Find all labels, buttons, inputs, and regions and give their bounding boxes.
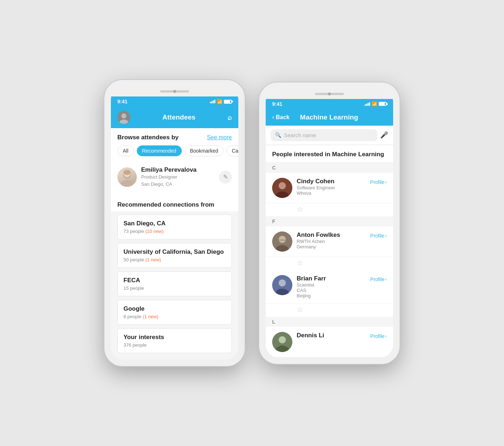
card-title-1: University of California, San Diego	[123, 248, 226, 256]
wifi-icon-2: 📶	[372, 101, 377, 107]
back-button[interactable]: ‹ Back	[272, 113, 289, 121]
people-section-title: People interested in Machine Learning	[266, 145, 393, 163]
bookmark-star-cindy[interactable]: ☆	[297, 205, 303, 213]
filter-tabs: All Recommended Bookmarked Categ…	[111, 145, 238, 161]
card-title-2: FECA	[123, 277, 226, 284]
star-row-brian: ☆	[266, 304, 393, 317]
tab-all[interactable]: All	[117, 145, 134, 156]
person-company-anton: Germany	[297, 244, 366, 249]
person-company-cindy: Whova	[297, 190, 366, 196]
connection-card-ucsd[interactable]: University of California, San Diego 50 p…	[117, 243, 232, 268]
signal-icon-2	[365, 102, 370, 106]
person-row-dennis: Dennis Li Profile ›	[266, 327, 393, 357]
svg-rect-12	[279, 239, 286, 241]
person-avatar-anton	[272, 231, 292, 252]
connection-card-google[interactable]: Google 8 people (1 new)	[117, 300, 232, 325]
person-info-cindy: Cindy Cohen Software Engineer Whova	[297, 178, 366, 196]
card-sub-4: 376 people	[123, 342, 226, 348]
tab-category[interactable]: Categ…	[226, 145, 238, 156]
connection-card-feca[interactable]: FECA 15 people	[117, 271, 232, 296]
person-job-anton: RWTH Achen	[297, 239, 366, 244]
svg-point-7	[279, 182, 286, 189]
battery-icon-2	[379, 102, 387, 106]
user-title: Product Designer	[141, 174, 215, 181]
signal-icon	[210, 100, 215, 103]
profile-link-dennis[interactable]: Profile ›	[370, 332, 387, 339]
star-row-anton: ☆	[266, 257, 393, 270]
chevron-right-icon-brian: ›	[385, 277, 387, 282]
new-badge-3: (1 new)	[143, 314, 158, 319]
person-name-anton: Anton Fowlkes	[297, 231, 366, 239]
back-label: Back	[276, 114, 289, 121]
card-sub-3: 8 people (1 new)	[123, 314, 226, 319]
browse-title: Browse attendees by	[117, 134, 179, 141]
nav-title-2: Machine Learning	[300, 113, 358, 121]
search-icon-2: 🔍	[275, 132, 281, 138]
phone-2: 9:41 📶 ‹ Back Machine Learning	[259, 82, 400, 364]
person-job-cindy: Software Engineer	[297, 185, 366, 190]
bookmark-star-anton[interactable]: ☆	[297, 259, 303, 267]
tab-bookmarked[interactable]: Bookmarked	[185, 145, 224, 156]
letter-divider-l: L	[266, 317, 393, 327]
status-icons-1: 📶	[210, 99, 232, 104]
person-company-brian: CAS	[297, 288, 366, 293]
chevron-right-icon-anton: ›	[385, 233, 387, 238]
chevron-right-icon: ›	[385, 180, 387, 185]
person-info-brian: Brian Farr Scientist CAS Beijing	[297, 275, 366, 298]
new-badge-0: (10 new)	[145, 229, 164, 234]
search-bar: 🔍 Search name 🎤	[266, 126, 393, 145]
person-info-dennis: Dennis Li	[297, 332, 366, 339]
card-sub-2: 15 people	[123, 285, 226, 291]
profile-link-anton[interactable]: Profile ›	[370, 231, 387, 239]
nav-bar-1: Attendees ⌕	[111, 107, 238, 128]
search-icon[interactable]: ⌕	[228, 113, 232, 122]
bookmark-star-brian[interactable]: ☆	[297, 306, 303, 314]
speaker	[160, 90, 189, 93]
phone-1: 9:41 📶 Att	[104, 80, 245, 366]
edit-button[interactable]: ✎	[219, 171, 232, 184]
svg-point-0	[121, 113, 126, 118]
card-sub-0: 73 people (10 new)	[123, 229, 226, 234]
svg-point-14	[279, 279, 286, 287]
phone-notch	[111, 86, 238, 96]
avatar[interactable]	[117, 111, 130, 124]
person-name-dennis: Dennis Li	[297, 332, 366, 339]
letter-divider-f: F	[266, 216, 393, 226]
nav-title-1: Attendees	[162, 113, 195, 121]
card-title-0: San Diego, CA	[123, 220, 226, 227]
phone-notch-2	[266, 89, 393, 99]
person-row-brian: Brian Farr Scientist CAS Beijing Profile…	[266, 270, 393, 304]
profile-link-brian[interactable]: Profile ›	[370, 275, 387, 282]
user-avatar	[117, 167, 137, 187]
tab-recommended[interactable]: Recommended	[137, 145, 182, 156]
person-avatar-brian	[272, 275, 292, 295]
person-row-anton: Anton Fowlkes RWTH Achen Germany Profile…	[266, 226, 393, 257]
svg-point-5	[123, 170, 131, 175]
new-badge-1: (1 new)	[145, 257, 161, 262]
person-name-brian: Brian Farr	[297, 275, 366, 282]
chevron-right-icon-dennis: ›	[385, 334, 387, 339]
connection-card-san-diego[interactable]: San Diego, CA 73 people (10 new)	[117, 215, 232, 239]
person-info-anton: Anton Fowlkes RWTH Achen Germany	[297, 231, 366, 249]
card-title-3: Google	[123, 305, 226, 312]
person-avatar-cindy	[272, 178, 292, 198]
svg-point-1	[120, 120, 128, 124]
letter-divider-c: C	[266, 163, 393, 173]
battery-icon	[224, 100, 232, 104]
time-2: 9:41	[272, 101, 282, 107]
person-avatar-dennis	[272, 332, 292, 352]
mic-icon[interactable]: 🎤	[380, 131, 388, 139]
time-1: 9:41	[117, 99, 127, 104]
card-title-4: Your interests	[123, 334, 226, 341]
nav-bar-2: ‹ Back Machine Learning	[266, 109, 393, 126]
svg-point-17	[279, 336, 286, 343]
user-name: Emiliya Perevalova	[141, 166, 215, 174]
svg-point-3	[121, 180, 133, 187]
connection-card-interests[interactable]: Your interests 376 people	[117, 328, 232, 353]
see-more-link[interactable]: See more	[207, 134, 232, 141]
profile-link-cindy[interactable]: Profile ›	[370, 178, 387, 185]
chevron-left-icon: ‹	[272, 113, 274, 121]
card-sub-1: 50 people (1 new)	[123, 257, 226, 262]
connection-cards-list: San Diego, CA 73 people (10 new) Univers…	[111, 211, 238, 360]
search-input-box[interactable]: 🔍 Search name	[271, 129, 377, 141]
